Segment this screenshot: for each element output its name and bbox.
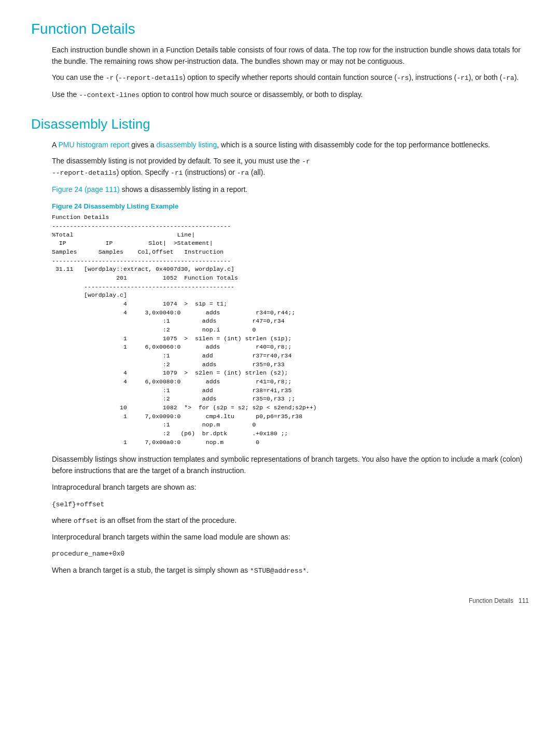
figure-24-link[interactable]: Figure 24 (page 111) bbox=[52, 185, 120, 194]
footer-page: 111 bbox=[519, 597, 529, 604]
page-footer: Function Details 111 bbox=[31, 597, 529, 604]
disassembly-p2-code2: --report-details bbox=[52, 169, 117, 177]
disassembly-p2-code1: -r bbox=[302, 158, 310, 165]
disassembly-p1-before: A bbox=[52, 141, 58, 149]
stub-end: . bbox=[306, 566, 309, 574]
pmu-histogram-link[interactable]: PMU histogram report bbox=[58, 141, 129, 149]
disassembly-p2-end: (all). bbox=[249, 168, 265, 176]
fd-p2-before: You can use the bbox=[52, 73, 106, 81]
disassembly-p1-mid1: gives a bbox=[129, 141, 156, 149]
interprocedural-code-text: procedure_name+0x0 bbox=[52, 550, 124, 558]
where-code: offset bbox=[74, 517, 98, 525]
disassembly-body: A PMU histogram report gives a disassemb… bbox=[31, 140, 529, 576]
disassembly-heading: Disassembly Listing bbox=[31, 116, 529, 132]
fd-p3-end: option to control how much source or dis… bbox=[139, 90, 363, 99]
after-p1: Disassembly listings show instruction te… bbox=[52, 454, 529, 476]
fd-p2-code2: --report-details bbox=[118, 74, 183, 82]
fd-p2-mid2: ) option to specify whether reports shou… bbox=[183, 73, 397, 81]
disassembly-p2: The disassembly listing is not provided … bbox=[52, 156, 529, 178]
footer-label: Function Details bbox=[469, 597, 513, 604]
stub-code: *STUB@address* bbox=[250, 567, 306, 575]
disassembly-p2-code4: -ra bbox=[237, 169, 249, 177]
fd-p3-code1: --context-lines bbox=[79, 91, 139, 99]
fd-p2-mid3: ), instructions ( bbox=[409, 73, 457, 81]
fd-p2-mid4: ), or both ( bbox=[469, 73, 502, 81]
fd-p2-code4: -ri bbox=[456, 74, 468, 82]
fd-p3-before: Use the bbox=[52, 90, 79, 99]
function-details-heading: Function Details bbox=[31, 21, 529, 37]
fd-p2-code3: -rs bbox=[397, 74, 409, 82]
interprocedural-text: Interprocedural branch targets within th… bbox=[52, 532, 529, 543]
disassembly-code-block: Function Details -----------------------… bbox=[52, 213, 529, 447]
disassembly-listing-link[interactable]: disassembly listing bbox=[157, 141, 217, 149]
disassembly-p2-before: The disassembly listing is not provided … bbox=[52, 157, 302, 165]
stub-before: When a branch target is a stub, the targ… bbox=[52, 566, 250, 574]
intraprocedural-code-text: {self}+offset bbox=[52, 501, 104, 508]
after-p2: Intraprocedural branch targets are shown… bbox=[52, 482, 529, 493]
disassembly-section: Disassembly Listing A PMU histogram repo… bbox=[31, 116, 529, 576]
where-paragraph: where offset is an offset from the start… bbox=[52, 515, 529, 527]
fd-p2-mid1: ( bbox=[114, 73, 118, 81]
disassembly-p2-mid3: (instructions) or bbox=[183, 168, 237, 176]
disassembly-p3: Figure 24 (page 111) shows a disassembly… bbox=[52, 184, 529, 196]
disassembly-p3-end: shows a disassembly listing in a report. bbox=[120, 185, 248, 194]
fd-p2-code5: -ra bbox=[502, 74, 514, 82]
fd-paragraph-3: Use the --context-lines option to contro… bbox=[52, 89, 529, 101]
intraprocedural-code: {self}+offset bbox=[52, 499, 529, 510]
fd-p2-code1: -r bbox=[106, 74, 114, 82]
function-details-body: Each instruction bundle shown in a Funct… bbox=[31, 45, 529, 101]
fd-paragraph-1: Each instruction bundle shown in a Funct… bbox=[52, 45, 529, 67]
disassembly-p1-end: , which is a source listing with disasse… bbox=[217, 141, 490, 149]
where-end: is an offset from the start of the proce… bbox=[98, 516, 236, 524]
where-before: where bbox=[52, 516, 74, 524]
fd-p2-end: ). bbox=[514, 73, 519, 81]
disassembly-p2-mid2: ) option. Specify bbox=[117, 168, 171, 176]
fd-paragraph-2: You can use the -r (--report-details) op… bbox=[52, 72, 529, 84]
interprocedural-code: procedure_name+0x0 bbox=[52, 548, 529, 559]
disassembly-p2-code3: -ri bbox=[171, 169, 183, 177]
disassembly-p1: A PMU histogram report gives a disassemb… bbox=[52, 140, 529, 151]
figure-label: Figure 24 Disassembly Listing Example bbox=[52, 202, 529, 210]
stub-paragraph: When a branch target is a stub, the targ… bbox=[52, 565, 529, 576]
